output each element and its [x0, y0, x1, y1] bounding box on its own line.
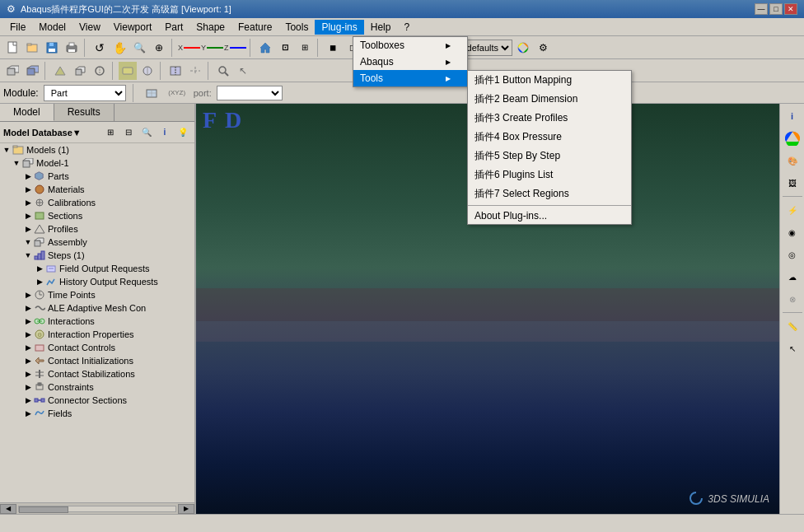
color-button[interactable] — [514, 39, 532, 57]
tree-item-connectorsections[interactable]: ▶ Connector Sections — [0, 394, 194, 407]
tree-item-contactinit[interactable]: ▶ Contact Initializations — [0, 354, 194, 367]
save-button[interactable] — [43, 39, 61, 57]
tree-item-interactions[interactable]: ▶ Interactions — [0, 315, 194, 328]
tree-item-contactstab[interactable]: ▶ Contact Stabilizations — [0, 367, 194, 380]
tool3[interactable] — [119, 62, 137, 80]
expand-models[interactable]: ▼ — [2, 146, 12, 154]
zoom-button[interactable]: 🔍 — [130, 39, 148, 57]
tree-item-steps[interactable]: ▼ Steps (1) — [0, 249, 194, 262]
plugin4-item[interactable]: 插件4 Box Pressure — [468, 128, 631, 147]
rt-arrow[interactable]: ↖ — [782, 338, 803, 359]
expand-materials[interactable]: ▶ — [23, 185, 33, 194]
tree-item-model1[interactable]: ▼ Model-1 — [0, 156, 194, 170]
rt-measure[interactable]: 📏 — [782, 315, 803, 337]
menu-feature[interactable]: Feature — [231, 20, 278, 35]
query-button[interactable] — [214, 62, 232, 80]
menu-tools[interactable]: Tools — [278, 20, 315, 35]
menu-plugins[interactable]: Plug-ins — [315, 20, 363, 35]
tree-item-ale[interactable]: ▶ ALE Adaptive Mesh Con — [0, 301, 194, 315]
part-create[interactable] — [143, 84, 161, 102]
new-button[interactable] — [3, 39, 21, 57]
datum-button[interactable] — [186, 62, 204, 80]
expand-contactinit[interactable]: ▶ — [23, 357, 33, 365]
create-part-button[interactable] — [3, 62, 21, 80]
tree-item-calibrations[interactable]: ▶ Calibrations — [0, 196, 194, 209]
expand-parts[interactable]: ▶ — [23, 172, 33, 180]
settings-button[interactable]: ⚙ — [534, 39, 552, 57]
view-options-button[interactable]: ⊞ — [296, 39, 314, 57]
tab-model[interactable]: Model — [0, 104, 54, 121]
tree-info[interactable]: i — [157, 124, 173, 141]
expand-fieldoutput[interactable]: ▶ — [35, 264, 44, 273]
menu-viewport[interactable]: Viewport — [107, 20, 158, 35]
zoom-box-button[interactable]: ⊕ — [150, 39, 168, 57]
plugin7-item[interactable]: 插件7 Select Regions — [468, 184, 631, 203]
rt-tool5[interactable]: ⊗ — [782, 288, 803, 310]
horizontal-scrollbar[interactable]: ◀ ▶ — [0, 502, 194, 514]
tree-item-histoutput[interactable]: ▶ History Output Requests — [0, 275, 194, 288]
expand-histoutput[interactable]: ▶ — [35, 278, 44, 286]
plugins-item-abaqus[interactable]: Abaqus ▶ — [353, 54, 467, 70]
select-button[interactable]: ↖ — [234, 62, 252, 80]
expand-connectorsections[interactable]: ▶ — [23, 396, 33, 404]
tree-expand-all[interactable]: ⊞ — [102, 124, 119, 141]
plugin6-item[interactable]: 插件6 Plugins List — [468, 166, 631, 184]
menu-help[interactable]: Help — [364, 20, 398, 35]
tree-item-fields[interactable]: ▶ Fields — [0, 407, 194, 420]
menu-shape[interactable]: Shape — [189, 20, 231, 35]
maximize-button[interactable]: □ — [769, 3, 783, 15]
expand-contactcontrols[interactable]: ▶ — [23, 343, 33, 352]
rt-info[interactable]: i — [782, 105, 803, 127]
expand-constraints[interactable]: ▶ — [23, 383, 33, 391]
expand-model1[interactable]: ▼ — [12, 159, 21, 167]
rt-tool1[interactable]: ⚡ — [782, 199, 803, 221]
expand-calibrations[interactable]: ▶ — [23, 198, 33, 207]
about-plugins-item[interactable]: About Plug-ins... — [468, 208, 631, 224]
scroll-left[interactable]: ◀ — [0, 504, 16, 514]
menu-view[interactable]: View — [72, 20, 107, 35]
rt-tool3[interactable]: ◎ — [782, 244, 803, 265]
expand-sections[interactable]: ▶ — [23, 212, 33, 220]
fit-view-button[interactable]: ⊡ — [276, 39, 294, 57]
open-button[interactable] — [23, 39, 41, 57]
plugin2-item[interactable]: 插件2 Beam Dimension — [468, 90, 631, 109]
tree-item-sections[interactable]: ▶ Sections — [0, 209, 194, 222]
plugin3-item[interactable]: 插件3 Create Profiles — [468, 109, 631, 128]
expand-ale[interactable]: ▶ — [23, 304, 33, 312]
print-button[interactable] — [63, 39, 81, 57]
close-button[interactable]: ✕ — [784, 3, 797, 15]
plugins-item-toolboxes[interactable]: Toolboxes ▶ — [353, 37, 467, 54]
menu-file[interactable]: File — [3, 20, 32, 35]
pan-button[interactable]: ✋ — [110, 39, 129, 57]
menu-question[interactable]: ? — [397, 20, 416, 35]
expand-assembly[interactable]: ▼ — [23, 238, 33, 246]
menu-part[interactable]: Part — [158, 20, 189, 35]
expand-fields[interactable]: ▶ — [23, 409, 33, 418]
tree-item-materials[interactable]: ▶ Materials — [0, 183, 194, 196]
rotate-button[interactable]: ↺ — [91, 39, 109, 57]
home-view-button[interactable] — [256, 39, 274, 57]
expand-profiles[interactable]: ▶ — [23, 225, 33, 233]
minimize-button[interactable]: — — [755, 3, 768, 15]
rt-tool2[interactable]: ◉ — [782, 222, 803, 243]
shade-button[interactable]: ◼ — [324, 39, 342, 57]
tree-item-interactionprops[interactable]: ▶ ⚙ Interaction Properties — [0, 328, 194, 341]
rt-background[interactable]: 🖼 — [782, 172, 803, 194]
scrollbar-track[interactable] — [18, 506, 176, 512]
edit-part-button[interactable] — [23, 62, 41, 80]
expand-interactions[interactable]: ▶ — [23, 317, 33, 325]
expand-interactionprops[interactable]: ▶ — [23, 330, 33, 338]
tree-item-models[interactable]: ▼ Models (1) — [0, 143, 194, 156]
partition-button[interactable] — [166, 62, 185, 80]
revolve-button[interactable] — [91, 62, 109, 80]
rt-color-wheel[interactable] — [782, 128, 803, 149]
tree-item-timepoints[interactable]: ▶ Time Points — [0, 288, 194, 301]
scroll-right[interactable]: ▶ — [178, 504, 194, 514]
tree-collapse-all[interactable]: ⊟ — [120, 124, 137, 141]
plugin5-item[interactable]: 插件5 Step By Step — [468, 147, 631, 166]
expand-steps[interactable]: ▼ — [23, 251, 33, 259]
plugins-item-tools[interactable]: Tools ▶ 插件1 Button Mapping 插件2 Beam Dime… — [353, 70, 467, 86]
tree-item-contactcontrols[interactable]: ▶ Contact Controls — [0, 341, 194, 354]
tree-item-constraints[interactable]: ▶ Constraints — [0, 380, 194, 394]
tool4[interactable] — [138, 62, 157, 80]
